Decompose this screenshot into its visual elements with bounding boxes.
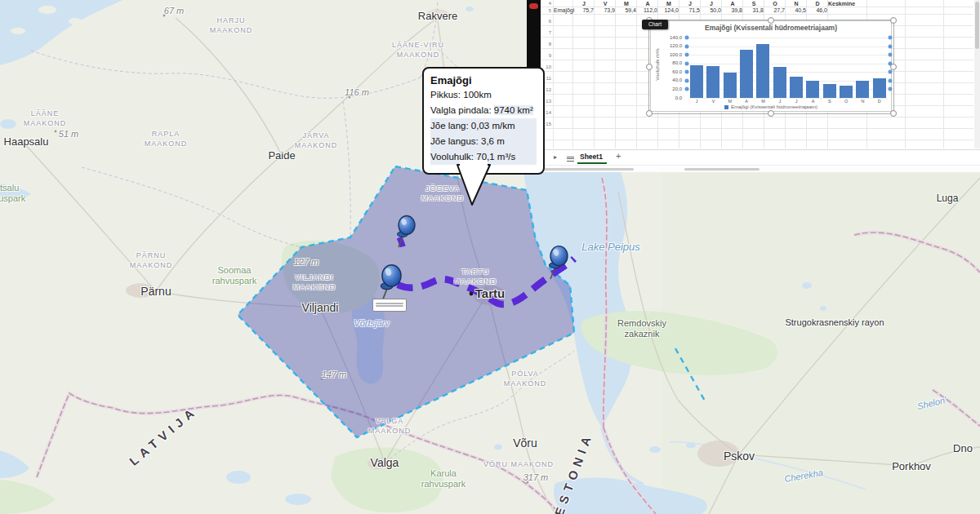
month-column-header: A: [722, 1, 743, 7]
feature-info-popup: Emajõgi Pikkus: 100km Valgla pindala: 97…: [422, 67, 545, 175]
selection-dot[interactable]: [889, 87, 893, 91]
grid-vline: [636, 0, 637, 148]
vertical-scrollbar[interactable]: [974, 0, 980, 148]
chart-bar: [790, 77, 803, 98]
chart-bar: [823, 84, 836, 98]
value-cell: 46,0: [808, 7, 827, 13]
value-cell: 31,8: [744, 7, 764, 13]
x-axis-tick-label: J: [688, 99, 705, 104]
chart-legend: Emajõgi (Kvissentali hüdromeetriajaam): [651, 104, 891, 109]
selection-dot[interactable]: [685, 87, 689, 91]
selection-dot[interactable]: [889, 61, 893, 65]
chart-bar: [873, 78, 886, 98]
chart-bar: [724, 73, 737, 98]
y-axis-tick-label: 40,0: [657, 78, 682, 82]
chart-title: Emajõgi (Kvissentali hüdromeetriajaam): [651, 24, 891, 32]
month-column-header: N: [786, 1, 807, 7]
status-text-blur: [542, 168, 634, 171]
legend-label: Emajõgi (Kvissentali hüdromeetriajaam): [731, 104, 817, 109]
status-strip: [541, 165, 980, 172]
grid-vline: [572, 0, 573, 148]
selection-dot[interactable]: [685, 70, 689, 74]
grid-hline: [541, 128, 973, 129]
month-column-header: J: [701, 1, 722, 7]
selection-dot[interactable]: [685, 53, 689, 57]
popup-basin-area: Valgla pindala: 9740 km²: [430, 103, 537, 118]
screenshot-stage: 67 m HARJU MAAKOND Rakvere LÄÄNE-VIRU MA…: [0, 0, 980, 514]
selection-dot[interactable]: [889, 53, 893, 57]
chart-tooltip: Chart: [642, 20, 668, 29]
y-axis-tick-label: 0,0: [657, 95, 682, 100]
month-column-header: D: [807, 1, 828, 7]
x-axis-tick-label: V: [705, 99, 721, 104]
popup-title: Emajõgi: [430, 73, 537, 87]
legend-swatch: [724, 105, 728, 109]
value-cell: 50,0: [702, 7, 721, 13]
value-cell: 112,0: [638, 7, 657, 13]
chart-bar: [773, 67, 786, 98]
spreadsheet-panel[interactable]: 3456789101112131415JVMAMJJASOND75,773,95…: [541, 0, 980, 172]
selection-dot[interactable]: [685, 36, 689, 40]
y-axis-tick-label: 120,0: [657, 43, 682, 48]
x-axis-tick-label: M: [755, 99, 771, 104]
month-column-header: J: [679, 1, 701, 7]
selection-dot[interactable]: [889, 70, 893, 74]
grid-hline: [541, 117, 973, 117]
x-axis-tick-label: J: [788, 99, 804, 104]
chart-bar: [706, 66, 719, 98]
x-axis-tick-label: A: [804, 99, 821, 104]
scrollbar-thumb[interactable]: [975, 2, 979, 49]
month-column-header: M: [616, 1, 637, 7]
pin-measurement-label: [372, 299, 407, 312]
popup-length: Pikkus: 100km: [430, 87, 537, 103]
month-column-header: A: [637, 1, 658, 7]
chart-bar: [806, 81, 819, 98]
month-column-header: O: [764, 1, 786, 7]
sheet-nav-arrow-icon[interactable]: ▸: [554, 153, 557, 161]
sheet-tab-underline: [577, 162, 607, 164]
value-cell: 39,8: [723, 7, 742, 13]
popup-slope: Jõe lang: 0,03 m/km: [430, 118, 537, 134]
selection-dot[interactable]: [889, 36, 893, 40]
y-axis-tick-label: 80,0: [657, 60, 682, 65]
selection-dot[interactable]: [685, 44, 689, 48]
x-axis-tick-label: S: [822, 99, 838, 104]
sheet-average-header: Keskmine: [828, 1, 855, 7]
selection-dot[interactable]: [889, 78, 893, 82]
chart-bar: [690, 65, 703, 98]
month-column-header: M: [658, 1, 679, 7]
x-axis-tick-label: J: [772, 99, 788, 104]
selection-dot[interactable]: [685, 61, 689, 65]
row-number: 7: [541, 30, 551, 35]
row-number: 4: [541, 1, 551, 6]
add-sheet-button[interactable]: +: [616, 151, 621, 161]
grid-hline: [541, 14, 973, 15]
sheet-tab[interactable]: Sheet1: [580, 153, 603, 161]
value-cell: 40,5: [786, 7, 806, 13]
row-number: 9: [541, 53, 551, 58]
record-icon[interactable]: [529, 3, 538, 9]
y-axis-tick-label: 100,0: [657, 52, 682, 57]
row-number: 6: [541, 19, 551, 24]
value-cell: 71,5: [680, 7, 700, 13]
chart-bar: [740, 50, 753, 98]
sheet-tab-bar: ▸ Sheet1 +: [541, 149, 980, 166]
chart-gridline: [688, 55, 888, 55]
grid-hline: [541, 140, 973, 140]
chart-bar: [840, 86, 853, 98]
month-column-header: V: [595, 1, 616, 7]
x-axis-tick-label: D: [871, 99, 888, 104]
y-axis-tick-label: 60,0: [657, 69, 682, 74]
chart-gridline: [688, 38, 888, 38]
selection-dot[interactable]: [685, 78, 689, 82]
selection-dot[interactable]: [889, 44, 893, 48]
y-axis-tick-label: 20,0: [657, 86, 682, 91]
popup-discharge: Vooluhulk: 70,1 m³/s: [430, 149, 537, 165]
sheet-row-label: Emajõgi: [554, 7, 574, 13]
value-cell: 75,7: [574, 7, 594, 13]
grid-vline: [594, 0, 595, 148]
embedded-chart[interactable]: Emajõgi (Kvissentali hüdromeetriajaam) V…: [650, 20, 892, 112]
status-text-blur: [684, 168, 760, 171]
all-sheets-menu-icon[interactable]: [567, 155, 574, 162]
row-number: 8: [541, 42, 551, 47]
